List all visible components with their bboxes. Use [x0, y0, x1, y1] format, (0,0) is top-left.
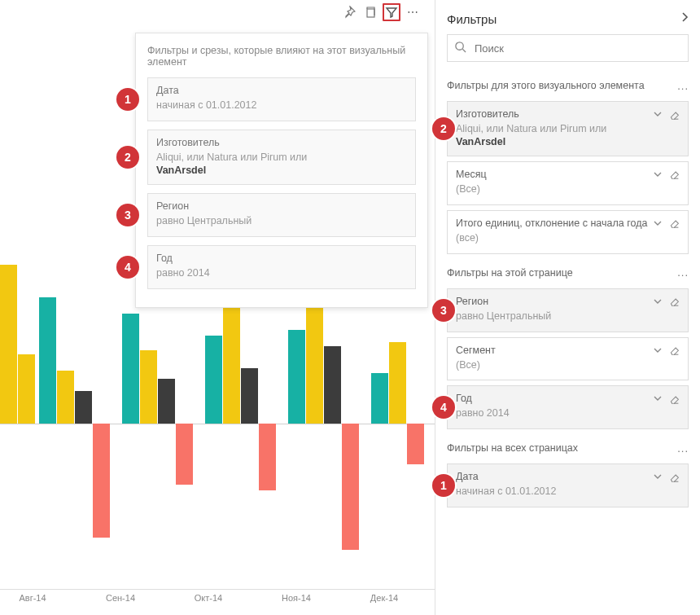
chart-bar	[407, 424, 424, 464]
filter-card[interactable]: Сегмент(Все)	[447, 337, 689, 381]
chart-bar	[0, 265, 17, 424]
chart-bar	[176, 424, 193, 485]
chart-bar	[342, 424, 359, 550]
filter-card[interactable]: Регионравно Центральный	[447, 288, 689, 332]
tooltip-filter-card: Регионравно Центральный	[147, 193, 416, 237]
section-more-icon[interactable]: ...	[677, 443, 689, 454]
chart-bar	[140, 350, 157, 424]
filter-section-title-page: Фильтры на этой странице...	[435, 259, 700, 283]
filters-title: Фильтры	[447, 12, 497, 26]
visual-area: Авг-14Сен-14Окт-14Ноя-14Дек-14 ⋯ Фильтры…	[0, 0, 435, 615]
filter-card[interactable]: ИзготовительAliqui, или Natura или Pirum…	[447, 101, 689, 156]
filter-card-value: начиная с 01.01.2012	[456, 485, 680, 499]
tooltip-field-value: равно Центральный	[156, 214, 407, 228]
chart-bar	[389, 342, 406, 424]
tooltip-field-value-strong: VanArsdel	[156, 165, 407, 176]
filters-search[interactable]	[447, 34, 689, 62]
chevron-down-icon[interactable]	[653, 297, 663, 306]
callout-marker: 3	[432, 299, 455, 322]
chevron-down-icon[interactable]	[653, 218, 663, 228]
filter-section-title-visual: Фильтры для этого визуального элемента..…	[435, 72, 700, 96]
clear-filter-icon[interactable]	[669, 217, 680, 228]
filter-card[interactable]: Итого единиц, отклонение с начала года(в…	[447, 210, 689, 254]
clear-filter-icon[interactable]	[669, 393, 680, 404]
tooltip-field-name: Регион	[156, 200, 407, 212]
callout-marker: 2	[116, 146, 139, 169]
tooltip-filter-card: ИзготовительAliqui, или Natura или Pirum…	[147, 130, 416, 185]
search-icon	[454, 41, 466, 55]
chart-bar	[306, 305, 323, 424]
tooltip-title: Фильтры и срезы, которые влияют на этот …	[147, 45, 416, 68]
tooltip-field-name: Изготовитель	[156, 137, 407, 148]
filter-card-name: Год	[456, 393, 472, 404]
chart-bar	[205, 336, 222, 424]
filter-card-name: Месяц	[456, 169, 487, 180]
chart-bar	[259, 424, 276, 490]
x-axis-label: Сен-14	[106, 593, 135, 603]
section-title-text: Фильтры на этой странице	[447, 267, 573, 279]
tooltip-filter-card: Датаначиная с 01.01.2012	[147, 77, 416, 121]
filter-card[interactable]: Годравно 2014	[447, 385, 689, 429]
chart-bar	[39, 297, 56, 424]
filter-card-value: (Все)	[456, 358, 680, 372]
chevron-down-icon[interactable]	[653, 169, 663, 179]
filters-tooltip: Фильтры и срезы, которые влияют на этот …	[135, 33, 428, 308]
search-input[interactable]	[473, 42, 681, 55]
clear-filter-icon[interactable]	[669, 109, 680, 120]
chart-bar	[324, 346, 341, 424]
chart-bar	[93, 424, 110, 538]
chart-bar	[371, 373, 388, 424]
chart-bar	[122, 314, 139, 424]
filter-card[interactable]: Датаначиная с 01.01.2012	[447, 463, 689, 507]
callout-marker: 3	[116, 204, 139, 226]
tooltip-field-name: Дата	[156, 85, 407, 96]
tooltip-filter-card: Годравно 2014	[147, 245, 416, 289]
chevron-down-icon[interactable]	[653, 109, 663, 119]
x-axis-label: Ноя-14	[282, 593, 311, 603]
clear-filter-icon[interactable]	[669, 296, 680, 306]
tooltip-field-value: равно 2014	[156, 266, 407, 280]
chart-x-axis: Авг-14Сен-14Окт-14Ноя-14Дек-14	[0, 589, 435, 608]
callout-marker: 4	[116, 256, 139, 279]
chart-bar	[158, 379, 175, 424]
svg-point-1	[456, 42, 463, 50]
callout-marker: 1	[116, 88, 139, 111]
chevron-down-icon[interactable]	[653, 393, 663, 403]
filter-card-name: Сегмент	[456, 345, 496, 356]
filter-card-value-strong: VanArsdel	[456, 136, 680, 147]
section-more-icon[interactable]: ...	[677, 81, 689, 91]
clear-filter-icon[interactable]	[669, 169, 680, 179]
tooltip-filter-row: 2ИзготовительAliqui, или Natura или Piru…	[147, 130, 416, 185]
filter-card-value: (Все)	[456, 182, 680, 196]
chart-bar	[57, 371, 74, 424]
chart-bar	[75, 391, 92, 424]
filters-pane: Фильтры Фильтры для этого визуального эл…	[435, 0, 700, 615]
chevron-down-icon[interactable]	[653, 345, 663, 355]
filter-section-title-all: Фильтры на всех страницах...	[435, 434, 700, 459]
chart-bar	[241, 368, 258, 424]
clear-filter-icon[interactable]	[669, 345, 680, 355]
filter-card[interactable]: Месяц(Все)	[447, 161, 689, 205]
callout-marker: 2	[432, 117, 455, 140]
section-more-icon[interactable]: ...	[677, 267, 689, 278]
collapse-pane-icon[interactable]	[680, 11, 689, 26]
filter-card-value: равно Центральный	[456, 310, 680, 323]
clear-filter-icon[interactable]	[669, 472, 680, 482]
x-axis-label: Авг-14	[19, 593, 46, 603]
filter-card-name: Изготовитель	[456, 108, 519, 120]
callout-marker: 1	[432, 474, 455, 497]
tooltip-field-value: начиная с 01.01.2012	[156, 99, 407, 112]
x-axis-label: Дек-14	[370, 593, 398, 603]
tooltip-field-value: Aliqui, или Natura или Pirum или	[156, 151, 407, 165]
filter-card-value: Aliqui, или Natura или Pirum или	[456, 122, 680, 136]
tooltip-field-name: Год	[156, 253, 407, 264]
tooltip-filter-row: 1Датаначиная с 01.01.2012	[147, 77, 416, 121]
chevron-down-icon[interactable]	[653, 472, 663, 481]
filter-card-value: (все)	[456, 231, 680, 245]
filters-header: Фильтры	[435, 0, 700, 34]
chart-bar	[18, 354, 35, 424]
section-title-text: Фильтры на всех страницах	[447, 442, 578, 454]
chart-bar	[288, 330, 305, 424]
tooltip-filter-row: 3Регионравно Центральный	[147, 193, 416, 237]
x-axis-label: Окт-14	[195, 593, 222, 603]
